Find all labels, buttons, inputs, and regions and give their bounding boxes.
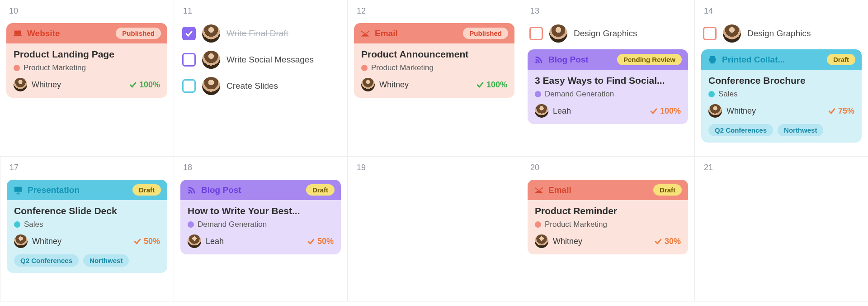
content-card[interactable]: Blog PostDraftHow to Write Your Best...D… — [180, 180, 341, 254]
card-body: Product Landing PageProduct MarketingWhi… — [6, 43, 167, 98]
assignee-avatar — [535, 104, 548, 118]
day-number: 20 — [528, 163, 688, 172]
card-title: Product Announcement — [361, 49, 507, 60]
task-checkbox[interactable] — [182, 79, 196, 93]
card-type: Email — [360, 29, 398, 38]
card-category: Product Marketing — [535, 220, 681, 229]
calendar-day[interactable]: 21 — [694, 157, 868, 301]
svg-rect-1 — [14, 35, 22, 36]
card-title: How to Write Your Best... — [188, 206, 334, 216]
card-body: 3 Easy Ways to Find Social...Demand Gene… — [528, 70, 688, 124]
task-label: Write Social Messages — [226, 55, 314, 65]
task-checkbox[interactable] — [182, 27, 196, 40]
status-badge: Pending Review — [617, 54, 682, 65]
progress: 50% — [307, 237, 334, 246]
content-card[interactable]: Printed Collat...DraftConference Brochur… — [701, 49, 862, 143]
card-type-label: Blog Post — [201, 185, 241, 195]
card-category: Sales — [14, 220, 160, 229]
card-category: Demand Generation — [188, 220, 334, 229]
progress: 100% — [649, 106, 681, 116]
day-number: 21 — [701, 163, 862, 172]
task-row[interactable]: Design Graphics — [701, 23, 862, 44]
progress: 100% — [476, 80, 507, 90]
assignee-avatar — [708, 104, 722, 118]
card-type: Blog Post — [534, 55, 589, 65]
task-row[interactable]: Write Social Messages — [180, 49, 341, 70]
assignee-name: Whitney — [32, 237, 61, 246]
assignee-avatar — [535, 234, 548, 248]
day-number: 13 — [528, 6, 688, 16]
category-dot — [708, 91, 715, 97]
progress-value: 75% — [838, 106, 854, 116]
task-row[interactable]: Write Final Draft — [180, 23, 341, 44]
print-icon — [708, 55, 717, 65]
card-type: Website — [13, 29, 60, 38]
calendar-day[interactable]: 20EmailDraftProduct ReminderProduct Mark… — [521, 157, 694, 301]
category-dot — [188, 221, 194, 228]
assignee-avatar — [549, 24, 567, 43]
rss-icon — [187, 185, 197, 195]
progress-value: 30% — [665, 237, 681, 246]
task-checkbox[interactable] — [703, 27, 717, 40]
calendar-day[interactable]: 17PresentationDraftConference Slide Deck… — [0, 157, 174, 301]
calendar-day[interactable]: 12EmailPublishedProduct AnnouncementProd… — [347, 0, 521, 157]
assignee: Whitney — [708, 104, 756, 118]
card-title: Conference Brochure — [708, 75, 854, 86]
svg-rect-6 — [14, 186, 22, 191]
svg-rect-3 — [710, 56, 715, 58]
card-body: Product AnnouncementProduct MarketingWhi… — [354, 43, 514, 98]
tag[interactable]: Northwest — [778, 124, 823, 136]
task-checkbox[interactable] — [529, 27, 543, 40]
card-header: PresentationDraft — [7, 180, 167, 200]
content-card[interactable]: EmailPublishedProduct AnnouncementProduc… — [354, 23, 514, 98]
card-footer: Leah100% — [535, 104, 681, 118]
category-dot — [361, 65, 368, 71]
progress-value: 100% — [660, 106, 681, 116]
mail-icon — [534, 185, 544, 195]
progress-value: 50% — [144, 237, 160, 246]
calendar-day[interactable]: 11Write Final DraftWrite Social Messages… — [174, 0, 347, 157]
tag[interactable]: Q2 Conferences — [14, 254, 79, 267]
card-tags: Q2 ConferencesNorthwest — [708, 124, 854, 136]
task-label: Create Slides — [226, 81, 278, 91]
calendar-day[interactable]: 18Blog PostDraftHow to Write Your Best..… — [174, 157, 347, 301]
category-dot — [14, 65, 20, 71]
assignee-name: Whitney — [553, 237, 582, 246]
content-card[interactable]: WebsitePublishedProduct Landing PageProd… — [6, 23, 167, 98]
tag[interactable]: Northwest — [83, 254, 129, 267]
task-label: Write Final Draft — [226, 29, 288, 38]
day-number: 12 — [354, 6, 514, 16]
progress: 100% — [128, 80, 160, 90]
content-card[interactable]: Blog PostPending Review3 Easy Ways to Fi… — [528, 49, 688, 124]
tag[interactable]: Q2 Conferences — [708, 124, 773, 136]
calendar-day[interactable]: 10WebsitePublishedProduct Landing PagePr… — [0, 0, 174, 157]
svg-point-2 — [535, 61, 538, 63]
category-dot — [535, 221, 541, 228]
assignee: Whitney — [14, 78, 61, 91]
card-type: Printed Collat... — [708, 55, 785, 65]
assignee-avatar — [723, 24, 741, 43]
card-type-label: Email — [375, 29, 398, 38]
assignee-avatar — [202, 51, 220, 69]
content-card[interactable]: EmailDraftProduct ReminderProduct Market… — [528, 180, 688, 254]
mail-icon — [360, 29, 370, 38]
calendar-day[interactable]: 14Design GraphicsPrinted Collat...DraftC… — [694, 0, 868, 157]
task-row[interactable]: Create Slides — [180, 76, 341, 96]
status-badge: Draft — [306, 184, 335, 196]
card-footer: Leah50% — [188, 234, 334, 248]
card-type-label: Blog Post — [548, 55, 589, 65]
status-badge: Published — [463, 28, 508, 39]
svg-rect-5 — [710, 60, 714, 63]
progress: 30% — [654, 237, 681, 246]
content-card[interactable]: PresentationDraftConference Slide DeckSa… — [7, 180, 167, 273]
card-type-label: Website — [27, 29, 60, 38]
card-tags: Q2 ConferencesNorthwest — [14, 254, 160, 267]
task-checkbox[interactable] — [182, 53, 196, 67]
calendar-day[interactable]: 19 — [347, 157, 521, 301]
status-badge: Published — [116, 28, 161, 39]
card-type: Presentation — [13, 185, 80, 195]
laptop-icon — [13, 29, 23, 38]
calendar-day[interactable]: 13Design GraphicsBlog PostPending Review… — [521, 0, 694, 157]
task-row[interactable]: Design Graphics — [528, 23, 688, 44]
category-label: Product Marketing — [371, 63, 434, 72]
